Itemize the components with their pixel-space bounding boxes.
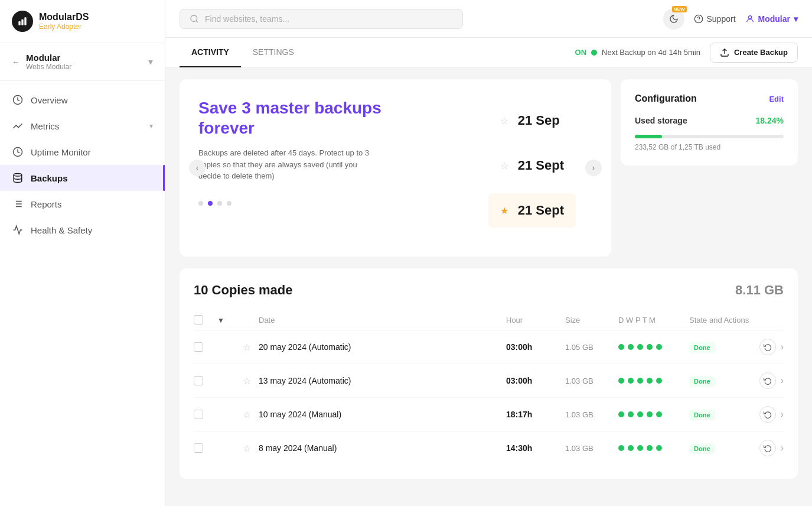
- row-1-star[interactable]: ☆: [243, 342, 251, 353]
- promo-backup-date-2: 21 Sept: [518, 158, 564, 173]
- promo-section: ‹ Save 3 master backups forever Backups …: [180, 79, 798, 257]
- create-backup-button[interactable]: Create Backup: [710, 43, 798, 63]
- row-3-checkbox[interactable]: [194, 410, 203, 419]
- svg-rect-1: [21, 20, 23, 25]
- promo-dot-4[interactable]: [227, 201, 231, 206]
- dot-1: [618, 378, 624, 384]
- row-3-star[interactable]: ☆: [243, 409, 251, 420]
- workspace-name: Modular: [26, 53, 71, 63]
- theme-toggle-button[interactable]: NEW: [663, 8, 684, 30]
- user-menu-button[interactable]: Modular ▾: [745, 14, 798, 24]
- row-1-date: 20 may 2024 (Automatic): [259, 342, 506, 352]
- tab-settings[interactable]: SETTINGS: [241, 38, 306, 67]
- config-title: Configuration: [635, 93, 697, 104]
- restore-icon: [764, 410, 772, 419]
- restore-icon: [764, 377, 772, 385]
- row-2-detail-button[interactable]: ›: [781, 375, 784, 386]
- logo-area: ModularDS Early Adopter: [0, 0, 165, 43]
- row-2-size: 1.03 GB: [565, 377, 618, 385]
- dot-3: [637, 378, 643, 384]
- row-2-star[interactable]: ☆: [243, 375, 251, 387]
- row-2-hour: 03:00h: [506, 376, 565, 385]
- row-1-restore-button[interactable]: [759, 339, 776, 355]
- sort-icon[interactable]: ▼: [217, 316, 224, 325]
- config-panel: Configuration Edit Used storage 18.24% 2…: [621, 79, 798, 166]
- row-3-detail-button[interactable]: ›: [781, 409, 784, 420]
- dot-4: [647, 411, 653, 417]
- row-1-detail-button[interactable]: ›: [781, 342, 784, 352]
- promo-backup-item-2: ☆ 21 Sept: [488, 148, 576, 183]
- star-filled-icon[interactable]: ★: [500, 205, 508, 216]
- select-all-checkbox[interactable]: [194, 315, 203, 325]
- dot-4: [647, 378, 653, 384]
- sidebar-item-overview[interactable]: Overview: [0, 87, 165, 113]
- sidebar-item-health[interactable]: Health & Safety: [0, 217, 165, 243]
- tabs-bar: ACTIVITY SETTINGS ON Next Backup on 4d 1…: [165, 38, 812, 67]
- table-header: ▼ Date Hour Size D W P T M State and Act…: [194, 310, 784, 330]
- star-empty-icon[interactable]: ☆: [500, 115, 508, 126]
- row-3-restore-button[interactable]: [759, 406, 776, 423]
- promo-next-button[interactable]: ›: [585, 160, 602, 176]
- nav-items: Overview Metrics ▾ Uptime Monitor Backup…: [0, 81, 165, 506]
- sidebar: ModularDS Early Adopter ← Modular Webs M…: [0, 0, 165, 506]
- row-2-restore-button[interactable]: [759, 372, 776, 389]
- promo-dot-2[interactable]: [208, 201, 213, 206]
- promo-backup-item-1: ☆ 21 Sep: [488, 103, 576, 138]
- row-4-hour: 14:30h: [506, 443, 565, 453]
- new-badge: NEW: [672, 6, 687, 12]
- promo-backup-date-3: 21 Sept: [518, 203, 564, 218]
- search-icon: [190, 14, 199, 24]
- overview-icon: [12, 94, 24, 106]
- svg-rect-0: [18, 21, 20, 25]
- restore-icon: [764, 444, 772, 452]
- restore-icon: [764, 343, 772, 351]
- tabs: ACTIVITY SETTINGS: [180, 38, 306, 67]
- support-icon: [694, 14, 703, 24]
- sidebar-item-uptime[interactable]: Uptime Monitor: [0, 139, 165, 165]
- back-arrow-icon[interactable]: ←: [12, 57, 20, 67]
- promo-description: Backups are deleted after 45 days. Prote…: [198, 147, 376, 182]
- row-4-detail-button[interactable]: ›: [781, 443, 784, 453]
- star-empty-icon-2[interactable]: ☆: [500, 160, 508, 171]
- support-button[interactable]: Support: [694, 14, 736, 24]
- tab-activity[interactable]: ACTIVITY: [180, 38, 241, 67]
- search-box[interactable]: Find websites, teams...: [180, 9, 463, 29]
- row-2-state: Done: [689, 376, 715, 387]
- dot-5: [656, 344, 662, 350]
- row-1-checkbox[interactable]: [194, 342, 203, 352]
- row-4-checkbox[interactable]: [194, 443, 203, 453]
- svg-rect-2: [24, 17, 26, 25]
- logo-icon: [12, 11, 33, 32]
- create-backup-label: Create Backup: [734, 48, 788, 57]
- storage-bar-fill: [635, 135, 662, 138]
- metrics-chevron-icon: ▾: [149, 122, 153, 130]
- row-4-star[interactable]: ☆: [243, 443, 251, 454]
- dot-3: [637, 344, 643, 350]
- metrics-icon: [12, 120, 24, 132]
- edit-config-button[interactable]: Edit: [769, 95, 784, 103]
- main-content: Find websites, teams... NEW Support Modu…: [165, 0, 812, 506]
- copies-title: 10 Copies made: [194, 283, 293, 298]
- dot-5: [656, 378, 662, 384]
- storage-section: Used storage 18.24% 233,52 GB of 1,25 TB…: [635, 116, 784, 151]
- sidebar-item-metrics[interactable]: Metrics ▾: [0, 113, 165, 139]
- promo-title: Save 3 master backups forever: [198, 98, 387, 138]
- sidebar-label-metrics: Metrics: [31, 121, 59, 131]
- sidebar-item-reports[interactable]: Reports: [0, 191, 165, 217]
- tabs-actions: ON Next Backup on 4d 14h 5min Create Bac…: [575, 43, 798, 63]
- promo-backup-list: ☆ 21 Sep ☆ 21 Sept ★ 21 Sept: [488, 103, 576, 232]
- sidebar-item-backups[interactable]: Backups: [0, 165, 165, 191]
- row-1-state: Done: [689, 342, 715, 353]
- promo-dot-3[interactable]: [217, 201, 222, 206]
- moon-icon: [669, 14, 679, 24]
- row-1-hour: 03:00h: [506, 342, 565, 352]
- row-4-restore-button[interactable]: [759, 440, 776, 456]
- row-2-checkbox[interactable]: [194, 376, 203, 385]
- user-icon: [745, 14, 755, 24]
- user-label: Modular: [758, 14, 790, 24]
- workspace-selector[interactable]: ← Modular Webs Modular ▾: [0, 43, 165, 81]
- promo-dot-1[interactable]: [198, 201, 203, 206]
- promo-prev-button[interactable]: ‹: [189, 160, 206, 176]
- sidebar-label-health: Health & Safety: [31, 225, 92, 235]
- svg-line-13: [196, 21, 198, 22]
